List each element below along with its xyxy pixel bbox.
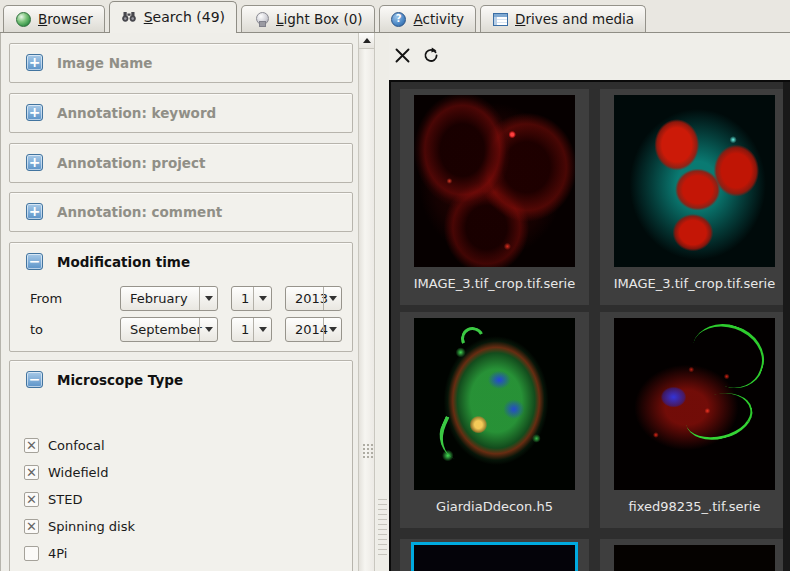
search-tab-content: Image Name Annotation: keyword Annotatio… (0, 33, 790, 571)
lightbulb-icon (253, 11, 269, 27)
search-filter-panel: Image Name Annotation: keyword Annotatio… (1, 33, 358, 571)
globe-icon (15, 11, 31, 27)
section-header[interactable]: Annotation: keyword (10, 94, 352, 121)
tab-browser[interactable]: Browser (3, 5, 105, 32)
section-annotation-comment: Annotation: comment (9, 192, 353, 232)
thumbnail-item[interactable] (600, 539, 789, 571)
thumbnail-filename: fixed98235_.tif.serie (600, 499, 789, 514)
section-title: Annotation: project (57, 155, 205, 171)
thumbnail-image (414, 318, 575, 490)
date-from-row: From February 1 2013 (30, 285, 355, 311)
chevron-down-icon[interactable] (323, 318, 341, 341)
thumbnail-image (614, 545, 775, 571)
drives-icon (492, 11, 508, 27)
thumbnail-item[interactable] (400, 539, 589, 571)
thumbnail-filename: GiardiaDdecon.h5 (400, 499, 589, 514)
application-window: { "tabs": [ { "pre": "", "key": "B", "po… (0, 0, 790, 571)
checkbox-row-confocal: Confocal (10, 432, 352, 459)
scroll-up-button[interactable] (359, 33, 374, 49)
checkbox-row-sted: STED (10, 486, 352, 513)
expand-icon[interactable] (26, 54, 43, 71)
splitter-grip-dashes[interactable] (378, 499, 387, 557)
section-title: Image Name (57, 55, 152, 71)
checkbox-spinning-disk[interactable] (24, 519, 39, 534)
section-header[interactable]: Modification time (10, 243, 352, 270)
chevron-down-icon[interactable] (253, 287, 271, 310)
thumbnail-item[interactable]: IMAGE_3.tif_crop.tif.serie (400, 89, 589, 305)
close-button[interactable] (391, 44, 413, 66)
section-header[interactable]: Microscope Type (10, 361, 352, 388)
expand-icon[interactable] (26, 104, 43, 121)
section-annotation-project: Annotation: project (9, 143, 353, 183)
section-title: Annotation: comment (57, 204, 222, 220)
checkbox-widefield[interactable] (24, 465, 39, 480)
tab-bar: Browser Search (49) Light Box (0) ? Acti… (0, 0, 790, 33)
thumbnail-item[interactable]: GiardiaDdecon.h5 (400, 312, 589, 528)
thumbnail-item[interactable]: IMAGE_3.tif_crop.tif.serie (600, 89, 789, 305)
expand-icon[interactable] (26, 203, 43, 220)
tab-light-box[interactable]: Light Box (0) (241, 5, 375, 32)
tab-label: Drives and media (515, 11, 634, 27)
splitter-grip-dots[interactable] (362, 443, 373, 458)
tab-label: Search (49) (144, 9, 225, 25)
tab-activity[interactable]: ? Activity (379, 5, 477, 32)
thumbnail-scrollbar[interactable] (783, 82, 790, 571)
section-modification-time: Modification time From February 1 2013 (9, 242, 353, 352)
results-toolbar (391, 44, 442, 66)
from-day-select[interactable]: 1 (231, 286, 272, 311)
checkbox-sted[interactable] (24, 492, 39, 507)
chevron-down-icon[interactable] (199, 318, 217, 341)
thumbnail-image (414, 545, 575, 571)
thumbnail-filename: IMAGE_3.tif_crop.tif.serie (400, 276, 589, 291)
thumbnail-image (614, 95, 775, 267)
expand-icon[interactable] (26, 154, 43, 171)
checkbox-row-widefield: Widefield (10, 459, 352, 486)
checkbox-row-spinning-disk: Spinning disk (10, 513, 352, 540)
from-month-select[interactable]: February (120, 286, 218, 311)
refresh-button[interactable] (420, 44, 442, 66)
from-year-select[interactable]: 2013 (285, 286, 342, 311)
section-title: Modification time (57, 254, 190, 270)
checkbox-4pi[interactable] (24, 546, 39, 561)
refresh-icon (422, 46, 440, 64)
tab-label: Activity (414, 11, 465, 27)
help-icon: ? (391, 11, 407, 27)
tab-label: Light Box (0) (276, 11, 363, 27)
chevron-down-icon[interactable] (199, 287, 217, 310)
close-icon (394, 47, 411, 64)
binoculars-icon (121, 9, 137, 25)
section-annotation-keyword: Annotation: keyword (9, 93, 353, 133)
chevron-down-icon[interactable] (323, 287, 341, 310)
section-image-name: Image Name (9, 43, 353, 83)
to-label: to (30, 322, 120, 337)
section-microscope-type: Microscope Type Confocal Widefield STED (9, 360, 353, 571)
to-year-select[interactable]: 2014 (285, 317, 342, 342)
section-title: Annotation: keyword (57, 105, 216, 121)
from-label: From (30, 291, 120, 306)
chevron-down-icon[interactable] (253, 318, 271, 341)
checkbox-confocal[interactable] (24, 438, 39, 453)
section-header[interactable]: Annotation: comment (10, 193, 352, 220)
section-title: Microscope Type (57, 372, 183, 388)
thumbnail-image (414, 95, 575, 267)
search-results-panel: IMAGE_3.tif_crop.tif.serie IMAGE_3.tif_c… (389, 33, 790, 571)
section-header[interactable]: Annotation: project (10, 144, 352, 171)
microscope-type-options: Confocal Widefield STED Spinning disk 4P… (10, 432, 352, 571)
to-day-select[interactable]: 1 (231, 317, 272, 342)
thumbnail-filename: IMAGE_3.tif_crop.tif.serie (600, 276, 789, 291)
date-to-row: to September 1 2014 (30, 316, 355, 342)
to-month-select[interactable]: September (120, 317, 218, 342)
section-header[interactable]: Image Name (10, 44, 352, 71)
pane-splitter[interactable] (376, 33, 389, 571)
collapse-icon[interactable] (26, 371, 43, 388)
thumbnail-image (614, 318, 775, 490)
tab-search[interactable]: Search (49) (109, 1, 237, 33)
thumbnail-grid: IMAGE_3.tif_crop.tif.serie IMAGE_3.tif_c… (389, 80, 790, 571)
checkbox-row-generic: Generic (10, 567, 352, 571)
collapse-icon[interactable] (26, 253, 43, 270)
tab-drives-and-media[interactable]: Drives and media (480, 5, 646, 32)
tab-label: Browser (38, 11, 93, 27)
checkbox-row-4pi: 4Pi (10, 540, 352, 567)
thumbnail-item[interactable]: fixed98235_.tif.serie (600, 312, 789, 528)
filter-panel-scrollbar[interactable] (358, 33, 375, 571)
